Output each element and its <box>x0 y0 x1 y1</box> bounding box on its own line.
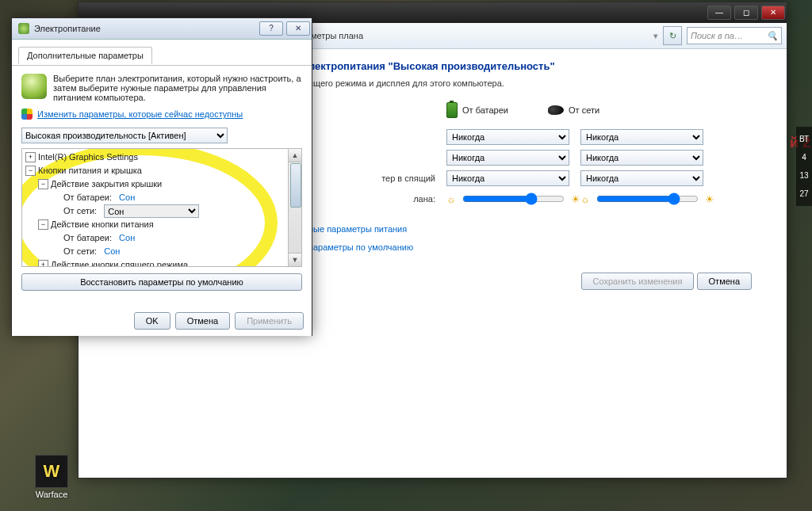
restore-defaults-link[interactable]: параметры по умолчанию <box>308 242 413 252</box>
brightness-low-icon: ☼ <box>446 193 456 205</box>
dialog-titlebar[interactable]: Электропитание ? ✕ <box>12 18 312 40</box>
setting-row: Никогда Никогда <box>340 150 768 166</box>
setting-row: тер в спящий Никогда Никогда <box>340 170 768 186</box>
restore-plan-defaults-button[interactable]: Восстановить параметры по умолчанию <box>21 273 302 291</box>
ok-button[interactable]: OK <box>134 312 170 330</box>
dim-display-ac-select[interactable]: Никогда <box>580 129 703 145</box>
brightness-high-icon: ☀ <box>705 193 714 205</box>
tree-node-intel-graphics[interactable]: +Intel(R) Graphics Settings <box>25 151 298 164</box>
cancel-button[interactable]: Отмена <box>175 312 230 330</box>
brightness-high-icon: ☀ <box>571 193 580 205</box>
game-overlay-sidebar: ВТ 4 13 27 <box>796 127 812 206</box>
collapse-icon[interactable]: − <box>38 179 48 189</box>
close-button[interactable]: ✕ <box>286 21 310 36</box>
dialog-title: Электропитание <box>34 24 101 33</box>
help-button[interactable]: ? <box>259 21 283 36</box>
search-input[interactable]: Поиск в па… 🔍 <box>687 27 782 44</box>
tree-node-power-buttons-lid[interactable]: −Кнопки питания и крышка <box>25 164 298 177</box>
desktop-shortcut-label: Warface <box>32 490 71 499</box>
expand-icon[interactable]: + <box>25 152 36 162</box>
power-options-advanced-dialog: Электропитание ? ✕ Дополнительные параме… <box>11 17 312 336</box>
brightness-low-icon: ☼ <box>580 193 590 205</box>
tree-node-sleep-button-action[interactable]: +Действие кнопки спящего режима <box>25 258 298 267</box>
turn-off-display-battery-select[interactable]: Никогда <box>446 150 569 166</box>
turn-off-display-ac-select[interactable]: Никогда <box>580 150 703 166</box>
dim-display-battery-select[interactable]: Никогда <box>446 129 569 145</box>
power-plan-icon <box>21 74 47 99</box>
search-icon: 🔍 <box>767 31 778 41</box>
tree-node-lid-close-action[interactable]: −Действие закрытия крышки <box>25 177 298 191</box>
page-subtitle: ящего режима и дисплея для этого компьют… <box>308 78 768 88</box>
save-changes-button[interactable]: Сохранить изменения <box>581 273 695 290</box>
cancel-button[interactable]: Отмена <box>697 273 752 290</box>
apply-button[interactable]: Применить <box>235 312 304 330</box>
collapse-icon[interactable]: − <box>38 219 48 230</box>
battery-icon <box>446 102 458 118</box>
minimize-button[interactable]: — <box>707 6 731 20</box>
tab-advanced[interactable]: Дополнительные параметры <box>18 47 152 64</box>
change-advanced-link[interactable]: ные параметры питания <box>308 224 407 234</box>
brightness-row: лана: ☼ ☀ ☼ ☀ <box>340 191 768 207</box>
brightness-ac-slider[interactable] <box>596 193 699 205</box>
column-header-battery: От батареи <box>446 102 508 118</box>
dialog-description: Выберите план электропитания, который ну… <box>53 74 302 102</box>
tree-leaf-powerbtn-battery[interactable]: От батареи: Сон <box>25 231 298 245</box>
tree-node-power-button-action[interactable]: −Действие кнопки питания <box>25 218 298 231</box>
lid-ac-select[interactable]: Сон <box>104 204 199 218</box>
warface-icon: W <box>35 455 68 488</box>
uac-shield-icon <box>21 109 33 120</box>
tree-leaf-powerbtn-ac[interactable]: От сети: Сон <box>25 245 298 258</box>
power-icon <box>18 23 29 34</box>
maximize-button[interactable]: ◻ <box>734 6 758 20</box>
tree-leaf-lid-ac[interactable]: От сети: Сон <box>25 204 298 218</box>
close-button[interactable]: ✕ <box>761 6 785 20</box>
collapse-icon[interactable]: − <box>25 166 36 176</box>
uac-elevate-link[interactable]: Изменить параметры, которые сейчас недос… <box>37 109 243 119</box>
tree-leaf-lid-battery[interactable]: От батареи: Сон <box>25 191 298 204</box>
expand-icon[interactable]: + <box>38 260 48 267</box>
brightness-battery-slider[interactable] <box>462 193 565 205</box>
sleep-battery-select[interactable]: Никогда <box>446 170 569 186</box>
desktop-shortcut-warface[interactable]: W Warface <box>32 455 71 499</box>
sleep-ac-select[interactable]: Никогда <box>580 170 703 186</box>
column-header-ac: От сети <box>548 105 599 115</box>
power-plan-select[interactable]: Высокая производительность [Активен] <box>21 128 228 143</box>
settings-tree: +Intel(R) Graphics Settings −Кнопки пита… <box>21 148 302 267</box>
refresh-button[interactable]: ↻ <box>663 26 682 45</box>
plug-icon <box>548 105 564 115</box>
tab-strip: Дополнительные параметры <box>12 40 312 66</box>
setting-row: Никогда Никогда <box>340 129 768 145</box>
page-title: лектропитания "Высокая производительност… <box>308 60 768 72</box>
